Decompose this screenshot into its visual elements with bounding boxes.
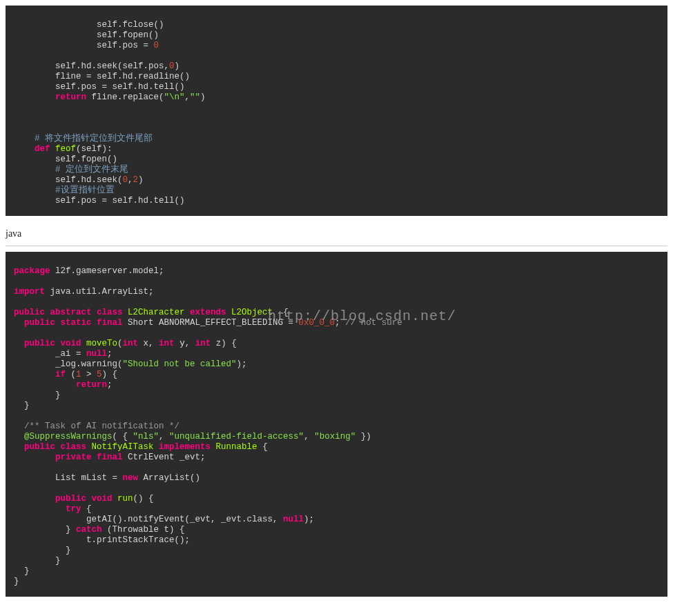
class-name: NotifyAITask — [92, 442, 154, 452]
keyword-type: int — [195, 339, 211, 348]
annotation: @SuppressWarnings — [24, 432, 113, 441]
java-code-block: package l2f.gameserver.model; import jav… — [6, 252, 667, 597]
heading-divider — [6, 246, 667, 246]
string-literal: "nls" — [133, 432, 159, 441]
string-literal: "Should not be called" — [123, 359, 237, 369]
keyword-null: null — [283, 515, 304, 524]
method-name: run — [117, 494, 133, 504]
python-code-block: self.fclose() self.fopen() self.pos = 0 … — [6, 6, 667, 216]
keyword-type: int — [159, 339, 175, 348]
class-name: Runnable — [216, 442, 257, 452]
string-literal: "" — [190, 92, 200, 102]
code-text: java.util.ArrayList; — [45, 287, 154, 297]
keyword-return: return — [55, 92, 86, 102]
code-text: ) — [200, 92, 206, 102]
code-text: { — [257, 442, 268, 452]
string-literal: "\n" — [164, 92, 185, 102]
number-literal: 5 — [97, 370, 102, 379]
code-text: } — [24, 566, 30, 576]
code-text: self.pos = self.hd.tell() — [55, 82, 185, 92]
code-text: Short ABNORMAL_EFFECT_BLEEDING = — [123, 318, 299, 328]
code-text: (self): — [76, 144, 113, 154]
code-text: , — [185, 92, 191, 102]
code-text: ) — [175, 61, 180, 71]
code-text: _log.warning( — [55, 359, 123, 369]
keyword-implements: implements — [159, 442, 211, 452]
code-text: , — [304, 432, 314, 441]
code-text: fline = self.hd.readline() — [55, 72, 190, 81]
code-text: getAI().notifyEvent(_evt, _evt.class, — [86, 515, 283, 524]
keyword-null: null — [86, 349, 107, 359]
number-literal: 0x0_0_0 — [299, 318, 335, 328]
string-literal: "unqualified-field-access" — [169, 432, 304, 441]
code-text: self.hd.seek( — [55, 175, 123, 185]
class-name: L2Character — [128, 308, 185, 317]
keyword-package: package — [14, 266, 50, 276]
code-text: y, — [175, 339, 195, 348]
code-text: self.fclose() — [97, 20, 164, 30]
code-text: self.fopen() — [55, 155, 117, 164]
code-text: } — [24, 401, 30, 410]
number-literal: 0 — [154, 41, 159, 50]
keyword-catch: catch — [76, 525, 102, 535]
code-text: ( — [66, 370, 76, 379]
code-text: t.printStackTrace(); — [86, 535, 190, 545]
code-text: x, — [138, 339, 159, 348]
code-text: ); — [237, 359, 247, 369]
keyword-extends: extends — [190, 308, 226, 317]
keyword-modifier: public static final — [24, 318, 123, 328]
code-text: self.fopen() — [97, 30, 159, 40]
code-text: } — [55, 390, 61, 400]
code-text: ) — [138, 175, 144, 185]
code-text: (Throwable t) { — [102, 525, 185, 535]
code-text: } — [55, 556, 61, 566]
code-text: ( — [117, 339, 123, 348]
code-text: ; — [335, 318, 345, 328]
code-text: z) { — [211, 339, 237, 348]
comment-text: // not sure — [345, 318, 402, 328]
code-text: } — [66, 546, 71, 555]
code-text: ); — [304, 515, 314, 524]
number-literal: 2 — [133, 175, 139, 185]
code-text: { — [81, 504, 92, 514]
java-heading: java — [6, 228, 667, 241]
keyword-method: public void — [55, 494, 113, 504]
keyword-class: public class — [24, 442, 86, 452]
code-text: ArrayList() — [138, 473, 200, 483]
code-text: }) — [355, 432, 371, 441]
code-text: ; — [107, 380, 113, 390]
keyword-try: try — [66, 504, 81, 514]
code-text: l2f.gameserver.model; — [50, 266, 164, 276]
function-name: feof — [55, 144, 76, 154]
keyword-import: import — [14, 287, 45, 297]
code-text: _ai = — [55, 349, 86, 359]
keyword-class: public abstract class — [14, 308, 123, 317]
keyword-new: new — [123, 473, 139, 483]
comment-text: # 将文件指针定位到文件尾部 — [35, 134, 153, 143]
code-text: fline.replace( — [86, 92, 164, 102]
code-text: } — [66, 525, 76, 535]
keyword-return: return — [76, 380, 107, 390]
number-literal: 1 — [76, 370, 81, 379]
method-name: moveTo — [86, 339, 117, 348]
code-text: ; — [107, 349, 113, 359]
keyword-if: if — [55, 370, 66, 379]
string-literal: "boxing" — [314, 432, 355, 441]
code-text: self.pos = self.hd.tell() — [55, 196, 185, 206]
code-text: () { — [133, 494, 154, 504]
code-text: , — [159, 432, 169, 441]
code-text: self.pos = — [97, 41, 154, 50]
class-name: L2Object — [231, 308, 273, 317]
keyword-method: public void — [24, 339, 81, 348]
comment-text: #设置指针位置 — [55, 186, 115, 195]
keyword-def: def — [35, 144, 50, 154]
code-text: ) { — [102, 370, 118, 379]
code-text: List mList = — [55, 473, 123, 483]
code-text: CtrlEvent _evt; — [123, 453, 206, 462]
code-text: } — [14, 577, 19, 586]
code-text: > — [81, 370, 97, 379]
keyword-type: int — [123, 339, 139, 348]
code-text: { — [273, 308, 289, 317]
keyword-modifier: private final — [55, 453, 123, 462]
number-literal: 0 — [169, 61, 175, 71]
